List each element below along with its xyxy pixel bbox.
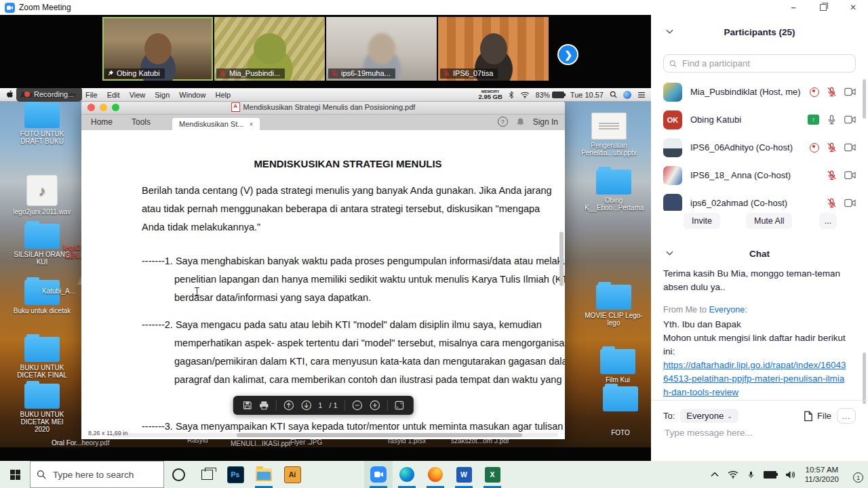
menu-file[interactable]: File [85, 91, 98, 99]
desktop-icon-folder[interactable]: BUKU UNTUK DICETAK MEI 2020 [13, 384, 71, 433]
help-icon[interactable]: ? [498, 117, 508, 127]
menu-view[interactable]: View [130, 91, 146, 99]
firefox-button[interactable] [421, 461, 450, 488]
participants-scrollbar[interactable] [863, 79, 866, 119]
desktop-icon-folder[interactable]: FOTO UNTUK DRAFT BUKU [13, 103, 71, 145]
minimize-button[interactable]: – [778, 0, 808, 15]
desktop-file-label[interactable]: MENULI...IKASI.ppt [231, 440, 290, 447]
chat-more-button[interactable]: ... [837, 408, 856, 424]
spotlight-icon[interactable] [610, 91, 617, 98]
search-input[interactable] [681, 58, 850, 69]
muted-mic-icon[interactable] [827, 198, 837, 208]
desktop-icon-folder[interactable]: Film Kui [589, 349, 647, 384]
desktop-icon-wav[interactable]: ♪ lego2juni 2011.wav [13, 175, 71, 216]
collapse-chat-icon[interactable] [666, 251, 673, 256]
zoom-out-icon[interactable] [352, 400, 363, 411]
pdf-page[interactable]: MENDISKUSIKAN STRATEGI MENULIS Berilah t… [81, 130, 565, 439]
mac-close-button[interactable] [87, 104, 95, 111]
invite-button[interactable]: Invite [684, 213, 720, 229]
participant-row[interactable]: IPS6_18_ Anna (Co-host) [651, 161, 868, 189]
bluetooth-icon[interactable] [509, 91, 514, 99]
menu-help[interactable]: Help [215, 91, 231, 99]
tray-expand-icon[interactable] [711, 472, 719, 477]
mac-clock[interactable]: Tue 10.57 [570, 91, 604, 99]
mac-zoom-button[interactable] [112, 104, 119, 111]
participants-more-button[interactable]: ... [819, 213, 837, 229]
attendance-link[interactable]: https://daftarhadir.lipi.go.id/rapat/ind… [663, 359, 849, 399]
mute-all-button[interactable]: Mute All [746, 213, 792, 229]
muted-mic-icon[interactable] [827, 170, 837, 180]
video-tile-obing[interactable]: Obing Katubi [102, 17, 213, 81]
tab-tools[interactable]: Tools [122, 117, 160, 130]
desktop-icon-pptx[interactable]: Pengenalan Penelitia...ubi.pptx [580, 113, 638, 157]
page-number[interactable]: 1 [318, 401, 322, 409]
vertical-scrollbar[interactable] [559, 232, 564, 286]
desktop-icon-folder[interactable]: Obing K__Eboo...Pertama [585, 169, 643, 211]
video-tile-mia[interactable]: Mia_Pusbindi... [214, 17, 325, 81]
excel-button[interactable]: X [478, 461, 507, 488]
page-down-icon[interactable] [300, 400, 311, 411]
participant-row[interactable]: Mia_Pusbindiklat (Host, me) [651, 78, 868, 106]
next-videos-button[interactable]: ❯ [557, 44, 578, 65]
tab-close-icon[interactable]: × [249, 121, 253, 128]
speaker-icon[interactable] [785, 470, 796, 479]
mic-icon[interactable] [827, 115, 837, 125]
desktop-icon-folder[interactable]: FOTO [591, 386, 650, 436]
taskbar-search[interactable] [30, 461, 164, 488]
save-icon[interactable] [242, 401, 252, 410]
wifi-icon[interactable] [728, 470, 738, 479]
battery-indicator[interactable]: 83% [536, 91, 564, 99]
desktop-icon-folder[interactable]: MOVIE CLIP Lego-lego [585, 285, 643, 327]
notification-center-icon[interactable] [637, 92, 646, 98]
restore-button[interactable] [808, 0, 838, 15]
collapse-participants-icon[interactable] [666, 29, 673, 34]
recipient-dropdown[interactable]: Everyone ⌄ [680, 409, 738, 423]
participant-search[interactable] [663, 54, 856, 73]
tab-home[interactable]: Home [81, 117, 122, 130]
fullscreen-icon[interactable] [395, 401, 404, 410]
participant-row[interactable]: IPS6_06Adhityo (Co-host) [651, 134, 868, 161]
video-tile-muha[interactable]: ips6-19muha... [326, 17, 437, 81]
acrobat-titlebar[interactable]: Mendiskusikan Strategi Menulis dan Posis… [81, 100, 565, 115]
memory-indicator[interactable]: MEMORY 2.95 GB [478, 89, 502, 100]
zoom-in-icon[interactable] [370, 400, 380, 411]
desktop-icon-folder[interactable]: Buku untuk dicetak [13, 280, 71, 314]
wifi-icon[interactable] [520, 92, 530, 98]
recipient-label[interactable]: Everyone: [709, 305, 747, 314]
file-explorer-button[interactable] [250, 461, 278, 488]
video-icon[interactable] [844, 87, 856, 96]
tab-document[interactable]: Mendiskusikan St... × [172, 118, 260, 130]
participant-row[interactable]: ips6_02ahmad (Co-host) [651, 189, 868, 211]
task-view-button[interactable] [193, 461, 221, 488]
mac-minimize-button[interactable] [100, 104, 107, 111]
menu-edit[interactable]: Edit [107, 91, 120, 99]
word-button[interactable]: W [450, 461, 478, 488]
video-icon[interactable] [844, 171, 856, 180]
notification-button[interactable]: 1 [848, 468, 861, 481]
chat-scrollbar[interactable] [863, 352, 866, 404]
taskbar-clock[interactable]: 10:57 AM 11/3/2020 [805, 465, 839, 484]
participant-row[interactable]: OK Obing Katubi ↑ [651, 106, 868, 134]
photoshop-button[interactable]: Ps [221, 461, 250, 488]
muted-mic-icon[interactable] [827, 87, 837, 97]
battery-icon[interactable] [764, 471, 776, 479]
video-icon[interactable] [844, 115, 856, 124]
desktop-file-label[interactable]: Flyer .JPG [290, 439, 322, 446]
scrollbar-thumb[interactable] [237, 433, 523, 437]
edge-button[interactable] [393, 461, 421, 488]
video-icon[interactable] [844, 199, 856, 207]
file-button[interactable]: File [804, 411, 831, 422]
start-button[interactable] [0, 461, 30, 488]
desktop-icon-folder[interactable]: BUKU UNTUK DICETAK FINAL [13, 337, 71, 379]
menu-sign[interactable]: Sign [155, 91, 170, 99]
close-button[interactable]: ✕ [838, 0, 868, 15]
sign-in-button[interactable]: Sign In [533, 117, 558, 127]
video-icon[interactable] [844, 143, 856, 152]
apple-menu-icon[interactable] [6, 90, 14, 99]
print-icon[interactable] [258, 401, 269, 410]
siri-icon[interactable] [623, 91, 631, 99]
mic-tray-icon[interactable] [747, 470, 755, 480]
cortana-button[interactable] [164, 461, 193, 488]
taskbar-search-input[interactable] [52, 469, 142, 481]
page-up-icon[interactable] [283, 400, 294, 411]
